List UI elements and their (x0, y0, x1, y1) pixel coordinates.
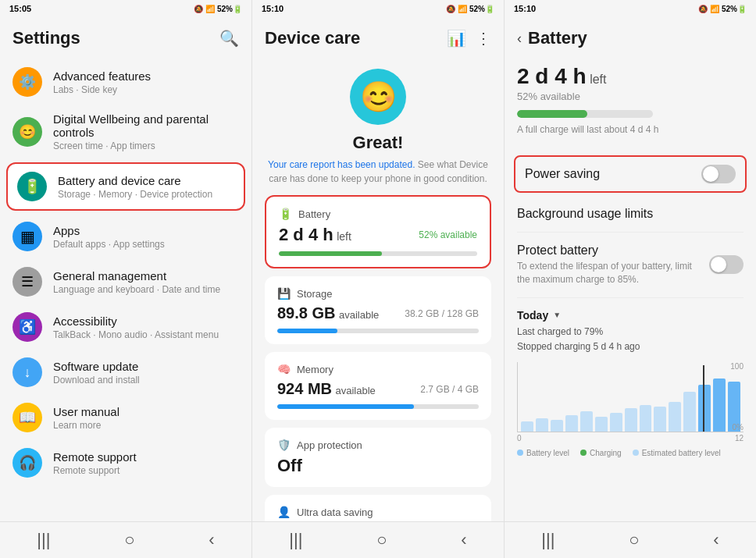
apps-icon: ▦ (12, 222, 42, 251)
software-icon: ↓ (12, 357, 42, 387)
status-bar-panel2: 15:10 🔕 📶 52%🔋 (252, 0, 504, 17)
battery-card-label: Battery (298, 208, 330, 220)
nav-home-panel2[interactable]: ○ (376, 530, 387, 550)
battery-icon: 🔋 (17, 172, 47, 201)
power-saving-knob (703, 166, 719, 182)
sidebar-item-general[interactable]: ☰ General management Language and keyboa… (0, 259, 251, 304)
apps-title: Apps (53, 224, 165, 237)
chart-scale-bot: 0% (733, 423, 744, 432)
protect-toggle[interactable] (709, 255, 744, 274)
battery-content: 2 d 4 h left 52% available A full charge… (505, 56, 756, 521)
nav-back-panel2[interactable]: ‹ (461, 530, 466, 550)
sidebar-item-battery[interactable]: 🔋 Battery and device care Storage · Memo… (6, 162, 245, 211)
memory-avail: available (335, 385, 375, 396)
storage-progress (277, 329, 479, 333)
accessibility-icon: ♿ (12, 312, 42, 342)
chart-icon[interactable]: 📊 (447, 29, 466, 48)
sidebar-item-accessibility[interactable]: ♿ Accessibility TalkBack · Mono audio · … (0, 304, 251, 350)
chart-labels: 0 12 (517, 434, 744, 442)
memory-val: 924 MB (277, 380, 332, 397)
status-icons-panel3: 🔕 📶 52%🔋 (698, 5, 747, 13)
status-icons-panel2: 🔕 📶 52%🔋 (446, 5, 494, 13)
storage-fill (277, 329, 337, 333)
storage-care-card[interactable]: 💾 Storage 89.8 GB available 38.2 GB / 12… (265, 276, 491, 344)
care-title: Great! (353, 133, 404, 153)
nav-home-panel3[interactable]: ○ (629, 530, 639, 550)
storage-avail: available (339, 309, 379, 321)
remote-title: Remote support (53, 450, 137, 464)
chart-bar-8 (640, 405, 652, 432)
time-panel2: 15:10 (262, 4, 284, 13)
manual-icon: 📖 (12, 403, 42, 432)
device-care-content: 😊 Great! Your care report has been updat… (252, 56, 504, 521)
wellbeing-sub: Screen time · App timers (53, 140, 239, 151)
chart-label-0: 0 (517, 434, 522, 442)
chart-bar-1 (536, 418, 548, 432)
ultra-data-label: Ultra data saving (297, 506, 373, 518)
software-sub: Download and install (53, 375, 140, 386)
nav-menu-panel3[interactable]: ||| (541, 530, 555, 550)
ultra-data-card[interactable]: 👤 Ultra data saving ● No SIM (265, 495, 491, 521)
general-icon: ☰ (12, 267, 42, 297)
battery-fill (279, 251, 382, 256)
nav-back-panel1[interactable]: ‹ (209, 530, 214, 550)
app-protection-label: App protection (297, 439, 362, 451)
legend-label-battery: Battery level (526, 449, 569, 457)
battery-panel: 15:10 🔕 📶 52%🔋 ‹ Battery 2 d 4 h left 52… (505, 0, 756, 558)
battery-panel-title: Battery (528, 28, 587, 48)
sidebar-item-apps[interactable]: ▦ Apps Default apps · App settings (0, 214, 251, 259)
care-desc: Your care report has been updated. See w… (265, 158, 491, 186)
sidebar-item-manual[interactable]: 📖 User manual Learn more (0, 395, 251, 440)
battery-status: 2 d 4 h left 52% available A full charge… (517, 56, 744, 152)
nav-menu-panel2[interactable]: ||| (289, 530, 302, 550)
bg-usage-option[interactable]: Background usage limits (517, 196, 744, 233)
battery-care-card[interactable]: 🔋 Battery 2 d 4 h left 52% available (265, 195, 491, 268)
sidebar-item-software[interactable]: ↓ Software update Download and install (0, 350, 251, 395)
memory-progress (277, 404, 479, 409)
back-icon[interactable]: ‹ (517, 30, 522, 47)
search-icon[interactable]: 🔍 (219, 29, 239, 48)
battery-time: 2 d 4 h (279, 225, 333, 244)
power-saving-toggle[interactable] (701, 165, 736, 183)
charge-info-2: Stopped charging 5 d 4 h ago (517, 339, 744, 354)
storage-val: 89.8 GB (277, 304, 335, 322)
legend-dot-charging (580, 450, 587, 456)
legend-dot-estimated (633, 450, 639, 456)
chart-label-12: 12 (735, 434, 744, 442)
chart-bar-13 (713, 379, 726, 432)
memory-label: Memory (297, 364, 333, 375)
bottom-nav-panel3: ||| ○ ‹ (505, 521, 756, 558)
legend-estimated: Estimated battery level (633, 449, 721, 457)
apps-sub: Default apps · App settings (53, 239, 165, 250)
device-care-panel: 15:10 🔕 📶 52%🔋 Device care 📊 ⋮ 😊 Great! … (252, 0, 505, 558)
power-saving-title: Power saving (525, 167, 600, 181)
nav-menu-panel1[interactable]: ||| (37, 530, 50, 550)
device-care-header: Device care 📊 ⋮ (252, 17, 504, 56)
nav-back-panel3[interactable]: ‹ (713, 530, 719, 550)
battery-left: left (337, 230, 351, 243)
chart-bar-2 (551, 420, 563, 432)
chart-bar-11 (683, 392, 696, 432)
sidebar-item-advanced[interactable]: ⚙️ Advanced features Labs · Side key (0, 59, 251, 105)
nav-home-panel1[interactable]: ○ (124, 530, 134, 550)
sidebar-item-wellbeing[interactable]: 😊 Digital Wellbeing and parental control… (0, 105, 251, 159)
memory-care-card[interactable]: 🧠 Memory 924 MB available 2.7 GB / 4 GB (265, 352, 491, 420)
advanced-title: Advanced features (53, 69, 151, 83)
protect-battery-option[interactable]: Protect battery To extend the lifespan o… (517, 233, 744, 298)
power-saving-option[interactable]: Power saving (514, 155, 747, 193)
settings-title: Settings (12, 28, 80, 48)
care-hero: 😊 Great! Your care report has been updat… (265, 56, 491, 195)
battery-sub: Storage · Memory · Device protection (58, 189, 212, 200)
bg-usage-title: Background usage limits (517, 207, 653, 221)
sidebar-item-remote[interactable]: 🎧 Remote support Remote support (0, 440, 251, 485)
chart-bar-12 (698, 385, 711, 432)
chart-bar-5 (595, 417, 608, 432)
battery-card-icon: 🔋 (279, 208, 292, 220)
time-panel1: 15:05 (9, 4, 31, 13)
more-icon[interactable]: ⋮ (476, 29, 491, 48)
battery-left-display: left (590, 73, 606, 86)
dropdown-arrow[interactable]: ▼ (553, 311, 561, 319)
app-protection-card[interactable]: 🛡️ App protection Off (265, 428, 491, 487)
charge-info: Last charged to 79% Stopped charging 5 d… (517, 325, 744, 354)
chart-bar-4 (580, 411, 593, 432)
